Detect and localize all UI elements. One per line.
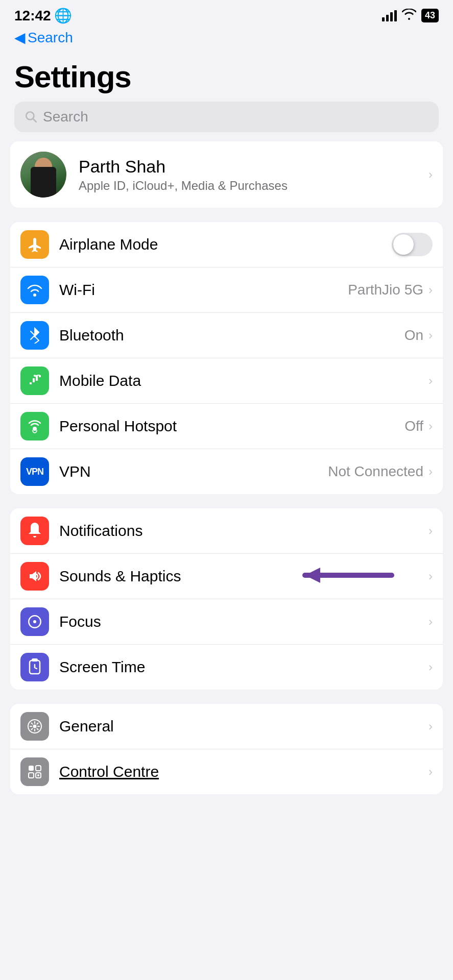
globe-icon: 🌐 <box>54 7 72 24</box>
vpn-row[interactable]: VPN VPN Not Connected › <box>10 449 443 494</box>
back-arrow-icon: ◀ <box>14 29 26 46</box>
arrow-annotation <box>290 560 402 593</box>
personal-hotspot-label: Personal Hotspot <box>59 418 404 435</box>
back-navigation[interactable]: ◀ Search <box>0 27 453 50</box>
general-row[interactable]: General › <box>10 704 443 749</box>
mobile-data-chevron-icon: › <box>428 374 433 388</box>
signal-icon <box>382 10 397 21</box>
svg-rect-19 <box>29 773 34 778</box>
search-icon <box>25 110 38 124</box>
wifi-value: ParthJio 5G <box>348 282 423 298</box>
focus-label: Focus <box>59 613 428 630</box>
page-title: Settings <box>14 59 439 94</box>
wifi-status-icon <box>402 9 416 23</box>
control-centre-chevron-icon: › <box>428 765 433 779</box>
network-section: Airplane Mode Wi-Fi ParthJio 5G › Bl <box>10 222 443 494</box>
screen-time-label: Screen Time <box>59 658 428 676</box>
notifications-row[interactable]: Notifications › <box>10 508 443 554</box>
wifi-icon <box>20 276 49 304</box>
control-centre-icon <box>20 757 49 786</box>
sounds-haptics-icon <box>20 562 49 591</box>
back-link[interactable]: ◀ Search <box>14 29 439 46</box>
avatar <box>20 152 66 198</box>
bluetooth-chevron-icon: › <box>428 328 433 342</box>
svg-point-3 <box>33 427 37 431</box>
focus-row[interactable]: Focus › <box>10 599 443 645</box>
airplane-mode-label: Airplane Mode <box>59 236 392 253</box>
svg-point-21 <box>37 774 39 776</box>
profile-chevron-icon: › <box>428 167 433 182</box>
vpn-icon: VPN <box>20 457 49 486</box>
screen-time-chevron-icon: › <box>428 660 433 674</box>
search-section[interactable]: Search <box>0 102 453 141</box>
bluetooth-value: On <box>404 327 423 344</box>
profile-name: Parth Shah <box>79 157 428 177</box>
mobile-data-row[interactable]: Mobile Data › <box>10 358 443 404</box>
personal-hotspot-chevron-icon: › <box>428 419 433 433</box>
bluetooth-label: Bluetooth <box>59 327 404 344</box>
svg-rect-17 <box>29 766 34 771</box>
personal-hotspot-row[interactable]: Personal Hotspot Off › <box>10 404 443 449</box>
general-label: General <box>59 718 428 735</box>
svg-line-13 <box>32 723 33 724</box>
system-section: Notifications › Sounds & Haptics › <box>10 508 443 690</box>
personal-hotspot-value: Off <box>404 418 423 434</box>
control-centre-row[interactable]: Control Centre › <box>10 749 443 794</box>
mobile-data-label: Mobile Data <box>59 372 428 389</box>
vpn-label: VPN <box>59 463 328 480</box>
profile-subtitle: Apple ID, iCloud+, Media & Purchases <box>79 179 428 193</box>
status-time-area: 12:42 🌐 <box>14 7 72 24</box>
svg-line-16 <box>32 728 33 729</box>
airplane-mode-icon <box>20 230 49 259</box>
focus-icon <box>20 607 49 636</box>
mobile-data-icon <box>20 366 49 395</box>
wifi-label: Wi-Fi <box>59 281 348 299</box>
svg-point-1 <box>33 293 36 297</box>
wifi-row[interactable]: Wi-Fi ParthJio 5G › <box>10 267 443 313</box>
profile-info: Parth Shah Apple ID, iCloud+, Media & Pu… <box>79 157 428 193</box>
status-indicators: 43 <box>382 9 439 23</box>
svg-point-8 <box>33 725 37 728</box>
screen-time-row[interactable]: Screen Time › <box>10 645 443 690</box>
wifi-chevron-icon: › <box>428 283 433 297</box>
status-time: 12:42 <box>14 8 51 24</box>
general-icon <box>20 712 49 741</box>
bluetooth-row[interactable]: Bluetooth On › <box>10 313 443 358</box>
profile-section[interactable]: Parth Shah Apple ID, iCloud+, Media & Pu… <box>10 141 443 208</box>
vpn-chevron-icon: › <box>428 464 433 479</box>
control-centre-label: Control Centre <box>59 763 428 780</box>
general-chevron-icon: › <box>428 719 433 733</box>
airplane-mode-toggle[interactable] <box>392 233 433 256</box>
screen-time-icon <box>20 653 49 681</box>
notifications-icon <box>20 517 49 545</box>
airplane-mode-row[interactable]: Airplane Mode <box>10 222 443 267</box>
battery-icon: 43 <box>421 9 439 22</box>
focus-chevron-icon: › <box>428 615 433 629</box>
status-bar: 12:42 🌐 43 <box>0 0 453 27</box>
svg-line-15 <box>37 723 38 724</box>
notifications-chevron-icon: › <box>428 524 433 538</box>
svg-line-14 <box>37 728 38 729</box>
page-title-section: Settings <box>0 50 453 102</box>
sounds-haptics-chevron-icon: › <box>428 569 433 583</box>
notifications-label: Notifications <box>59 522 428 540</box>
sounds-haptics-row[interactable]: Sounds & Haptics › <box>10 554 443 599</box>
personal-hotspot-icon <box>20 412 49 440</box>
back-label: Search <box>28 30 73 46</box>
profile-row[interactable]: Parth Shah Apple ID, iCloud+, Media & Pu… <box>10 141 443 208</box>
general-section: General › Control Centre › <box>10 704 443 794</box>
vpn-value: Not Connected <box>328 463 423 480</box>
search-bar[interactable]: Search <box>14 102 439 132</box>
bluetooth-icon <box>20 321 49 350</box>
svg-rect-18 <box>36 766 41 771</box>
svg-marker-4 <box>305 568 320 583</box>
svg-point-5 <box>33 620 36 623</box>
search-placeholder: Search <box>43 109 88 125</box>
